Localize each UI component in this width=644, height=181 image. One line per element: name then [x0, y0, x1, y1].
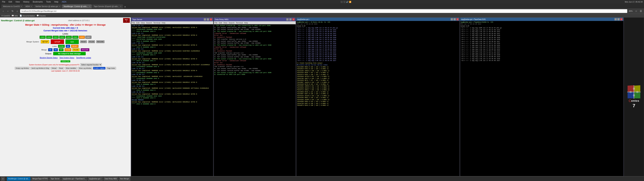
relay-menu-view[interactable]: View	[224, 22, 228, 24]
browser-tab-aida[interactable]: AIDA ×	[24, 4, 34, 8]
link-btn-3[interactable]: LINK3	[59, 36, 65, 39]
menu-view[interactable]: View	[15, 1, 20, 3]
tape-menu-view[interactable]: View	[141, 22, 145, 24]
tape-menu-edit[interactable]: Edit	[136, 22, 140, 24]
tape-menu-help[interactable]: Help	[162, 22, 166, 24]
system-function-select[interactable]: Select required function	[80, 63, 102, 66]
enable-logging-btn[interactable]: Enable Logging	[93, 67, 106, 70]
merge-bb1-btn[interactable]: BB	[48, 48, 52, 51]
tape-server-menubar: File Edit View Search Terminal Help	[131, 21, 213, 24]
data-relay-maximize[interactable]: □	[289, 18, 292, 20]
data-relay-minimize[interactable]: −	[286, 18, 289, 20]
tab-close-tape[interactable]: ×	[120, 6, 121, 7]
link-btn-7[interactable]: LINK7	[85, 36, 92, 39]
show-log-btn[interactable]: Show Log Window	[78, 67, 92, 70]
t1-close[interactable]: ×	[456, 18, 459, 20]
send-log-btn[interactable]: Send Log Window to fclog	[30, 67, 50, 70]
taskbar-npg-tapedata[interactable]: npg@aidas-gsi:~/TapeData:S...	[62, 177, 87, 181]
tape-menu-file[interactable]: File	[132, 22, 135, 24]
zoom-level: 80%	[628, 10, 633, 12]
link-btn-4[interactable]: LINK4	[66, 36, 72, 39]
tape-server-minimize[interactable]: −	[204, 18, 206, 20]
reload-btn[interactable]: Reload	[51, 67, 58, 70]
bookmark-forums[interactable]: 💬 Forums	[36, 14, 46, 17]
merge-pause-btn[interactable]: PAUSE	[72, 48, 80, 51]
menu-edit[interactable]: Edit	[8, 1, 13, 3]
reset-button[interactable]: RESET	[80, 40, 87, 43]
tab-close-newmerger[interactable]: ×	[89, 6, 90, 7]
merge-resume-btn[interactable]: RESUME	[81, 48, 90, 51]
pause-button[interactable]: PAUSE	[88, 40, 95, 43]
menu-button[interactable]: ☰	[639, 9, 643, 13]
taskbar-newmerger[interactable]: NewMerger: Control @ aid...	[7, 177, 30, 181]
link-btn-0[interactable]: LINK0	[40, 36, 46, 39]
link-btn-5[interactable]: LINK5	[72, 36, 78, 39]
browser-tab-netvar[interactable]: NetVar Service @ aidas-gsi ×	[34, 4, 62, 8]
forward-button[interactable]: ›	[6, 9, 10, 13]
menu-file[interactable]: File	[1, 1, 6, 3]
tab-close-netvar[interactable]: ×	[59, 6, 60, 7]
relay-menu-file[interactable]: File	[214, 22, 218, 24]
link-btn-6[interactable]: LINK6	[79, 36, 85, 39]
relay-menu-terminal[interactable]: Terminal	[236, 22, 243, 24]
link-btn-1[interactable]: LINK1	[46, 36, 52, 39]
setup-button[interactable]: SETUP	[41, 40, 49, 44]
t1-minimize[interactable]: −	[451, 18, 453, 20]
taskbar-data-relay[interactable]: Data Relay MBS	[104, 177, 118, 181]
links-bb-btn[interactable]: BB	[66, 45, 70, 48]
tape-menu-terminal[interactable]: Terminal	[153, 22, 160, 24]
tape-server-close[interactable]: ×	[210, 18, 212, 20]
relay-menu-edit[interactable]: Edit	[219, 22, 222, 24]
system-functions-text: System functions (Expert users only for …	[29, 64, 80, 66]
relay-menu-search[interactable]: Search	[228, 22, 234, 24]
menu-bookmarks[interactable]: Bookmarks	[32, 1, 44, 3]
resume-button[interactable]: RESUME	[96, 40, 104, 43]
taskbar-new-merger[interactable]: New Merger	[119, 177, 130, 181]
empty-log-btn[interactable]: Empty Log Window	[15, 67, 30, 70]
links-flow-btn[interactable]: FLOW	[58, 45, 65, 48]
back-button[interactable]: ‹	[1, 9, 5, 13]
taskbar-npg-home[interactable]: npg@aidas-gsi:~	[88, 177, 103, 181]
tape-menu-search[interactable]: Search	[146, 22, 152, 24]
link-btn-2[interactable]: LINK2	[53, 36, 59, 39]
merge-flow-btn[interactable]: FLOW	[64, 48, 71, 51]
bookmark-wiki[interactable]: 📖 Wiki	[12, 14, 18, 17]
browser-tab-tape[interactable]: Tape Service (Expert) @ aids... ×	[92, 4, 123, 8]
merge-go-btn[interactable]: GO	[59, 48, 64, 51]
new-tab-button[interactable]: +	[123, 5, 127, 8]
tape-system-link[interactable]: Tape System Status	[59, 57, 74, 59]
reset-bottom-btn[interactable]: Reset	[58, 67, 64, 70]
t1-maximize[interactable]: □	[454, 18, 456, 20]
t2-minimize[interactable]: −	[614, 18, 617, 20]
browser-tab-centos[interactable]: Welcome to CentOS ×	[1, 4, 24, 8]
bookmark-documentation[interactable]: 📄 Documentation	[20, 14, 35, 17]
show-variables-btn[interactable]: Show Variables	[65, 67, 77, 70]
links-reset-btn[interactable]: RESET	[71, 45, 78, 48]
t2-maximize[interactable]: □	[617, 18, 620, 20]
t2-close[interactable]: ×	[620, 18, 622, 20]
blocking-storage-link[interactable]: Blocking Storage Status	[40, 57, 58, 59]
menu-help[interactable]: Help	[54, 1, 59, 3]
terminal2-window: npg@aidas-gsi:~/TapeData:S181 − □ × npg@…	[460, 18, 624, 176]
taskbar-centos-icon[interactable]: ⊙	[1, 177, 5, 181]
bookmark-centos[interactable]: ⊙ CentOS	[1, 14, 10, 17]
home-button[interactable]: ⌂	[16, 9, 19, 13]
data-relay-close[interactable]: ×	[292, 18, 295, 20]
tape-server-maximize[interactable]: □	[207, 18, 209, 20]
address-bar[interactable]: localhost:8115/NewMerger/NewMerger.tml	[20, 9, 627, 13]
relay-menu-help[interactable]: Help	[244, 22, 248, 24]
stop-button[interactable]: STOP	[51, 40, 64, 44]
menu-history[interactable]: History	[22, 1, 30, 3]
tab-close-centos[interactable]: ×	[21, 6, 22, 7]
menu-tools[interactable]: Tools	[46, 1, 52, 3]
go-button[interactable]: GO	[66, 40, 79, 44]
taskbar-tape-server[interactable]: Tape Server	[49, 177, 61, 181]
bookmark-star[interactable]: ☆	[634, 9, 638, 13]
browser-tab-newmerger[interactable]: NewMerger: Control @ aids... ×	[62, 4, 92, 8]
refresh-button[interactable]: ↻	[11, 9, 14, 13]
merge-bb2-btn[interactable]: BB	[54, 48, 58, 51]
tape-merger-update-link[interactable]: Tape/Merger update	[76, 57, 91, 59]
page-notes-btn[interactable]: Page Notes	[106, 67, 116, 70]
taskbar-merger-tape[interactable]: Merger/Tape HTTP0	[31, 177, 49, 181]
tab-close-aida[interactable]: ×	[31, 6, 32, 7]
